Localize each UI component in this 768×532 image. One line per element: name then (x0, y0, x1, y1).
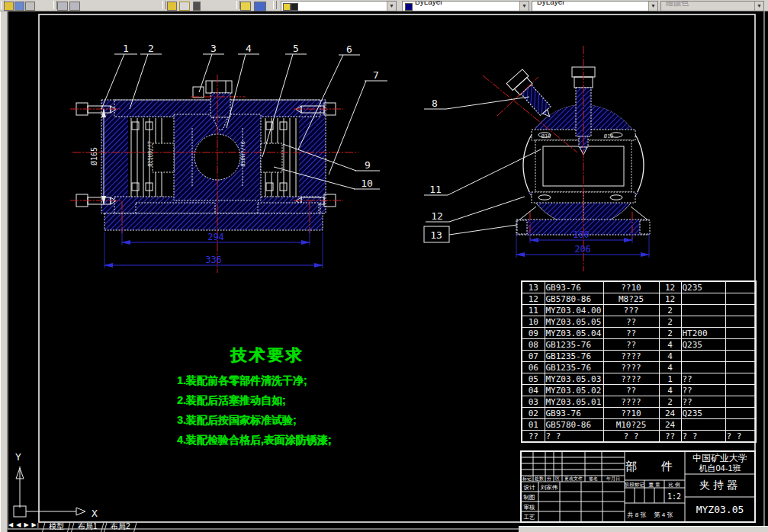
scale-label: 比 例 (669, 482, 680, 488)
parts-list-cell: MYZ03.05.03 (545, 373, 603, 385)
dim-160: 160 (573, 229, 590, 240)
parts-list-cell: 24 (659, 408, 681, 419)
parts-list-cell (681, 419, 725, 431)
parts-list-cell (681, 305, 725, 316)
title-block: 部 件 中国矿业大学 机自04-1班 夹持器 MYZ03.05 1:2 共 8 … (521, 451, 755, 522)
toolbar-icon-1[interactable] (4, 2, 14, 11)
hole-dim-right: Ø10 (604, 133, 614, 139)
parts-list-cell (681, 362, 725, 373)
parts-list-header-row: ??? ?? ???? ?? ? (522, 431, 756, 443)
tab-layout2[interactable]: 布局2 (104, 521, 137, 532)
tech-requirements-title: 技术要求 (230, 345, 436, 366)
tab-model[interactable]: 模型 (42, 521, 71, 532)
parts-list-cell: ?? (681, 385, 725, 396)
parts-list-cell (725, 385, 756, 396)
parts-list-cell: 24 (659, 419, 681, 431)
tech-requirement-item: 2.装配后活塞推动自如; (177, 390, 436, 410)
parts-list-cell (681, 293, 725, 305)
balloon-10: 10 (361, 178, 373, 189)
toolbar-grip[interactable] (273, 1, 277, 9)
hole-dim-left: Ø10 (541, 133, 551, 139)
parts-list-cell: 4 (659, 385, 681, 396)
toolbar-icon-4[interactable] (57, 2, 68, 11)
parts-list-cell (725, 351, 756, 362)
parts-list-cell (725, 396, 756, 408)
parts-list-cell (725, 419, 756, 431)
tab-nav-next[interactable]: ▶ (24, 521, 29, 528)
sheet-number: 第 4 张 (654, 511, 673, 518)
parts-list-cell (725, 328, 756, 339)
toolbar: ▼ ByLayer ▼ ByLayer ▼ 随颜色 ▼ (0, 0, 768, 11)
tab-nav-prev[interactable]: ◀ (16, 521, 21, 528)
plot-style-combo-value: 随颜色 (666, 1, 689, 8)
parts-list-cell: 05 (522, 373, 545, 385)
layout-tabs: |◀ ◀ ▶ ▶| 模型 布局1 布局2 (6, 521, 250, 532)
parts-list-cell: ?? (603, 385, 659, 396)
parts-list-cell: MYZ03.05.01 (545, 396, 603, 408)
rev-header: 年月日 (606, 476, 620, 482)
parts-list-cell: ?? (522, 431, 545, 443)
chevron-down-icon[interactable]: ▼ (648, 2, 657, 11)
parts-list-cell (681, 351, 725, 362)
weight-label: 重 量 (649, 482, 660, 487)
balloon-8: 8 (432, 98, 438, 109)
linetype-combo[interactable]: ByLayer ▼ (532, 1, 658, 11)
parts-list-cell: 1 (659, 373, 681, 385)
layer-combo[interactable]: ▼ (281, 1, 397, 11)
toolbar-icon-3[interactable] (25, 2, 35, 11)
chevron-down-icon: ▼ (754, 2, 763, 11)
parts-list-cell: GB93-76 (545, 408, 603, 419)
parts-list-cell: 12 (659, 293, 681, 305)
balloon-11: 11 (429, 184, 442, 195)
drawing-canvas[interactable]: Ø10 Ø10 (6, 11, 768, 532)
parts-list-cell: ???? (603, 373, 659, 385)
rev-header: 标记 (522, 476, 532, 482)
parts-list-cell: 13 (522, 281, 545, 293)
drawing-number: MYZ03.05 (696, 504, 744, 515)
chevron-down-icon[interactable]: ▼ (519, 2, 529, 11)
parts-list-row: 13GB93-76??1012Q235 (522, 281, 756, 293)
balloon-1: 1 (123, 43, 129, 54)
parts-list-row: 12GB5780-86M8?2512 (522, 293, 756, 305)
class-name: 机自04-1班 (699, 463, 741, 473)
parts-list-cell (725, 362, 756, 373)
parts-list-cell: 03 (522, 396, 545, 408)
toolbar-icon-6[interactable] (167, 2, 177, 11)
parts-list-cell (725, 408, 756, 419)
parts-list-cell: 12 (659, 281, 681, 293)
parts-list-cell: ?? (681, 373, 725, 385)
tab-layout1[interactable]: 布局1 (71, 521, 104, 532)
sign-label: 设计 (524, 484, 536, 491)
plot-style-combo: 随颜色 ▼ (660, 1, 764, 11)
toolbar-icon-7[interactable] (179, 2, 190, 11)
toolbar-icon-5[interactable] (69, 2, 80, 11)
toolbar-icon-2[interactable] (14, 2, 24, 11)
chevron-down-icon[interactable]: ▼ (387, 2, 396, 11)
side-view: Ø10 Ø10 (506, 67, 650, 235)
balloon-5: 5 (293, 43, 299, 54)
tab-nav-last[interactable]: ▶| (32, 521, 40, 528)
parts-list-cell: ? ? (725, 431, 756, 443)
parts-list-row: 06GB1235-76????4 (522, 362, 756, 373)
horizontal-scrollbar[interactable] (519, 526, 768, 532)
layer-color-swatch-icon (291, 3, 298, 11)
parts-list-cell: M8?25 (603, 293, 659, 305)
parts-list-cell: 4 (659, 339, 681, 351)
lightning-icon[interactable] (240, 2, 251, 11)
rev-header: 区 (555, 476, 560, 481)
fit-dim-right: Ø30H7/f6 (240, 141, 246, 167)
parts-list-cell: Q235 (681, 281, 725, 293)
scale-value: 1:2 (667, 492, 681, 501)
toolbar-icon-8[interactable] (193, 2, 201, 11)
parts-list-cell: GB1235-76 (545, 339, 603, 351)
color-combo[interactable]: ByLayer ▼ (402, 1, 529, 11)
balloon-9: 9 (365, 159, 371, 171)
parts-list-cell: ???? (603, 351, 659, 362)
cube-icon[interactable] (254, 2, 266, 11)
parts-list-cell: ??10 (603, 281, 659, 293)
parts-list-row: 10MYZ03.05.05??2 (522, 316, 756, 328)
color-swatch-icon (405, 3, 413, 11)
toolbar-grip[interactable] (162, 1, 166, 9)
parts-list-row: 07GB1235-76????4 (522, 351, 756, 362)
parts-list-cell: GB1235-76 (545, 351, 603, 362)
